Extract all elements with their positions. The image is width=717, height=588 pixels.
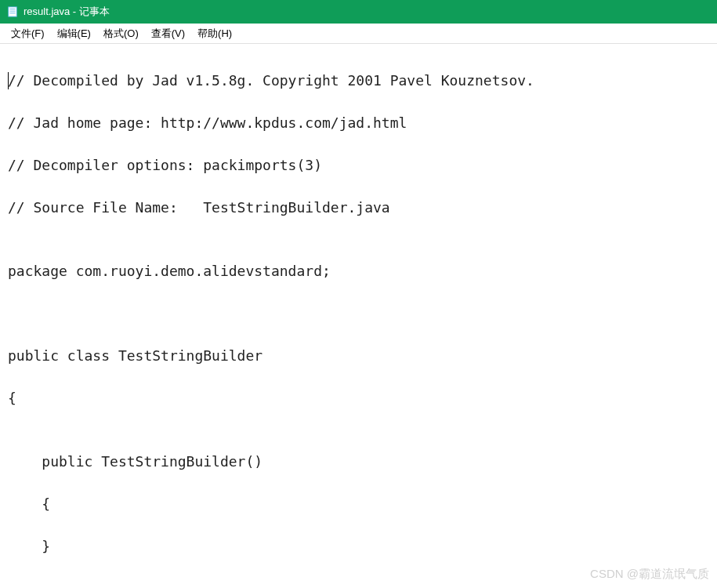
code-line: package com.ruoyi.demo.alidevstandard; — [8, 260, 709, 281]
menu-edit[interactable]: 编辑(E) — [51, 25, 97, 42]
code-line: // Source File Name: TestStringBuilder.j… — [8, 197, 709, 218]
notepad-icon — [6, 5, 19, 18]
code-line: } — [8, 535, 709, 557]
code-line: // Decompiler options: packimports(3) — [8, 154, 709, 176]
code-line: { — [8, 493, 709, 514]
code-line: // Decompiled by Jad v1.5.8g. Copyright … — [8, 70, 709, 91]
window-title-bar: result.java - 记事本 — [0, 0, 717, 24]
watermark-text: CSDN @霸道流氓气质 — [590, 567, 709, 582]
code-line: public class TestStringBuilder — [8, 345, 709, 366]
menu-help[interactable]: 帮助(H) — [191, 25, 238, 42]
code-line: // Jad home page: http://www.kpdus.com/j… — [8, 112, 709, 133]
text-editor-area[interactable]: // Decompiled by Jad v1.5.8g. Copyright … — [0, 44, 717, 588]
menu-view[interactable]: 查看(V) — [145, 25, 191, 42]
code-text: // Decompiled by Jad v1.5.8g. Copyright … — [8, 72, 534, 89]
menu-file[interactable]: 文件(F) — [5, 25, 51, 42]
menu-format[interactable]: 格式(O) — [97, 25, 145, 42]
code-line: public TestStringBuilder() — [8, 451, 709, 472]
svg-rect-0 — [9, 7, 17, 16]
code-line: { — [8, 387, 709, 408]
menu-bar: 文件(F) 编辑(E) 格式(O) 查看(V) 帮助(H) — [0, 24, 717, 44]
window-title-text: result.java - 记事本 — [24, 5, 110, 19]
